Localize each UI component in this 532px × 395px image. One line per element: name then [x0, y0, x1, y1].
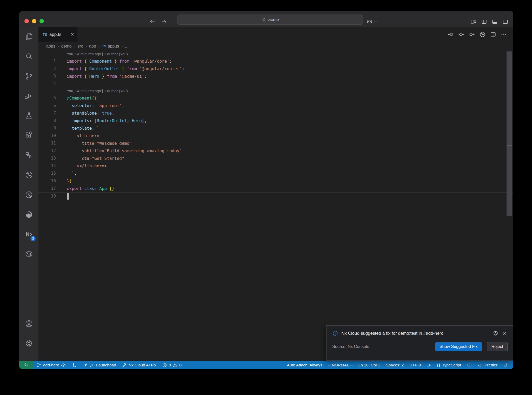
settings-gear-icon — [25, 339, 33, 349]
status-bar: add-heroLaunchpadNx Cloud AI Fix00 Auto … — [19, 361, 513, 369]
more-actions-icon[interactable] — [501, 31, 507, 38]
line-number: 3 — [38, 73, 56, 80]
activity-item-nx-console[interactable]: 3 — [23, 228, 35, 241]
history-back-icon[interactable] — [149, 18, 156, 25]
customize-layout-icon[interactable] — [470, 18, 477, 25]
notification-source: Source: Nx Console — [332, 344, 435, 349]
gitlens-blame-annotation: You, 24 minutes ago | 1 author (You) — [38, 51, 513, 57]
breadcrumb-item--[interactable]: ... — [125, 44, 128, 49]
nx-cloud-icon — [25, 190, 33, 200]
activity-item-containers[interactable] — [23, 248, 35, 261]
nx-run-target-icon[interactable] — [479, 31, 486, 38]
notification-settings-gear-icon[interactable] — [493, 330, 498, 336]
activity-item-explorer[interactable] — [23, 31, 35, 43]
status-item-cursor-position[interactable]: Ln 18, Col 1 — [356, 361, 383, 369]
activity-item-edge-tools[interactable] — [23, 209, 35, 221]
minimize-window-button[interactable] — [32, 19, 36, 23]
nav-back-circle-icon[interactable] — [447, 31, 454, 38]
remote-indicator[interactable] — [19, 361, 34, 369]
code-line-6: 6 selector: 'app-root', — [38, 102, 513, 109]
status-item-auto-attach[interactable]: Auto Attach: Always — [284, 361, 325, 369]
status-item-prettier[interactable]: Prettier — [475, 361, 500, 369]
cloud-upload-icon — [61, 363, 66, 368]
nx-run-icon — [25, 171, 33, 180]
breadcrumb-item-apps[interactable]: apps — [46, 44, 55, 49]
line-number: 15 — [38, 170, 56, 177]
line-number: 9 — [38, 124, 56, 132]
code-editor[interactable]: You, 24 minutes ago | 1 author (You)1imp… — [38, 51, 513, 361]
chevron-down-icon[interactable] — [374, 20, 377, 24]
activity-item-accounts[interactable] — [23, 318, 35, 330]
typescript-file-icon: TS — [102, 44, 106, 48]
tab-app-ts[interactable]: TS app.ts ✕ — [38, 27, 77, 42]
badge-count: 3 — [30, 236, 36, 241]
info-icon — [332, 330, 338, 336]
status-item-copilot[interactable] — [464, 361, 475, 369]
search-icon — [25, 52, 33, 62]
status-item-git-graph[interactable] — [69, 361, 80, 369]
zoom-window-button[interactable] — [39, 19, 44, 23]
status-item-encoding[interactable]: UTF-8 — [407, 361, 424, 369]
activity-item-settings-gear[interactable] — [23, 338, 35, 350]
activity-item-testing[interactable] — [23, 110, 35, 122]
activity-item-project-graph[interactable] — [23, 149, 35, 162]
status-item-indentation[interactable]: Spaces: 2 — [383, 361, 407, 369]
status-item-vim-mode[interactable]: -- NORMAL -- — [325, 361, 356, 369]
activity-item-search[interactable] — [23, 51, 35, 63]
breadcrumb-item-app-ts[interactable]: TSapp.ts — [102, 44, 119, 49]
close-window-button[interactable] — [24, 19, 29, 23]
split-editor-icon[interactable] — [490, 31, 496, 38]
breadcrumb: apps›demo›src›app›TSapp.ts›... — [38, 42, 513, 51]
reject-button[interactable]: Reject — [487, 342, 508, 351]
copilot-icon[interactable] — [366, 18, 373, 25]
command-center-search[interactable]: acme — [177, 15, 363, 25]
code-line-8: 8 imports: [RouterOutlet, Hero], — [38, 117, 513, 124]
line-number: 7 — [38, 109, 56, 117]
nav-current-circle-icon[interactable] — [458, 31, 464, 38]
notification-close-icon[interactable] — [502, 330, 508, 336]
breadcrumb-item-app[interactable]: app — [89, 44, 96, 49]
run-debug-icon — [25, 92, 33, 101]
tab-close-icon[interactable]: ✕ — [71, 32, 74, 37]
breadcrumb-item-demo[interactable]: demo — [61, 44, 72, 49]
status-item-notifications-bell[interactable] — [500, 361, 511, 369]
code-line-18: 18 — [38, 192, 513, 200]
notification-title: Nx Cloud suggested a fix for demo:test i… — [341, 331, 489, 336]
typescript-file-icon: TS — [43, 32, 47, 37]
activity-item-run-debug[interactable] — [23, 90, 35, 103]
breadcrumb-separator: › — [98, 44, 100, 48]
code-line-14: 14 ></lib-hero> — [38, 162, 513, 170]
status-item-launchpad[interactable]: Launchpad — [80, 361, 119, 369]
activity-item-source-control[interactable] — [23, 70, 35, 83]
code-line-7: 7 standalone: true, — [38, 109, 513, 117]
status-item-language-typescript[interactable]: {}TypeScript — [434, 361, 464, 369]
nav-forward-circle-icon[interactable] — [469, 31, 475, 38]
show-suggested-fix-button[interactable]: Show Suggested Fix — [435, 342, 482, 351]
toggle-secondary-sidebar-icon[interactable] — [502, 18, 509, 25]
text-cursor — [67, 193, 69, 200]
activity-item-extensions[interactable] — [23, 130, 35, 142]
toggle-panel-icon[interactable] — [491, 18, 498, 25]
scrollbar-cursor-mark — [507, 146, 512, 146]
breadcrumb-item-src[interactable]: src — [78, 44, 83, 49]
line-number: 2 — [38, 65, 56, 73]
editor-scrollbar[interactable] — [507, 51, 512, 216]
containers-icon — [25, 250, 33, 259]
line-number: 14 — [38, 162, 56, 170]
status-item-eol[interactable]: LF — [424, 361, 434, 369]
status-item-branch-add-hero[interactable]: add-hero — [34, 361, 69, 369]
line-number: 18 — [38, 193, 56, 200]
status-item-problems[interactable]: 00 — [159, 361, 184, 369]
edge-tools-icon — [25, 210, 33, 220]
toggle-primary-sidebar-icon[interactable] — [481, 18, 487, 25]
code-line-1: 1import { Component } from '@angular/cor… — [38, 57, 513, 65]
code-line-3: 3import { Hero } from '@acme/ui'; — [38, 73, 513, 80]
tab-bar: TS app.ts ✕ — [38, 27, 513, 42]
breadcrumb-separator: › — [85, 44, 87, 48]
status-item-nx-cloud-ai-fix[interactable]: Nx Cloud AI Fix — [119, 361, 159, 369]
activity-item-nx-cloud[interactable] — [23, 189, 35, 201]
activity-item-nx-run[interactable] — [23, 169, 35, 182]
code-line-17: 17export class App {} — [38, 185, 513, 192]
warning-triangle-icon — [172, 363, 178, 368]
history-forward-icon[interactable] — [161, 18, 167, 25]
